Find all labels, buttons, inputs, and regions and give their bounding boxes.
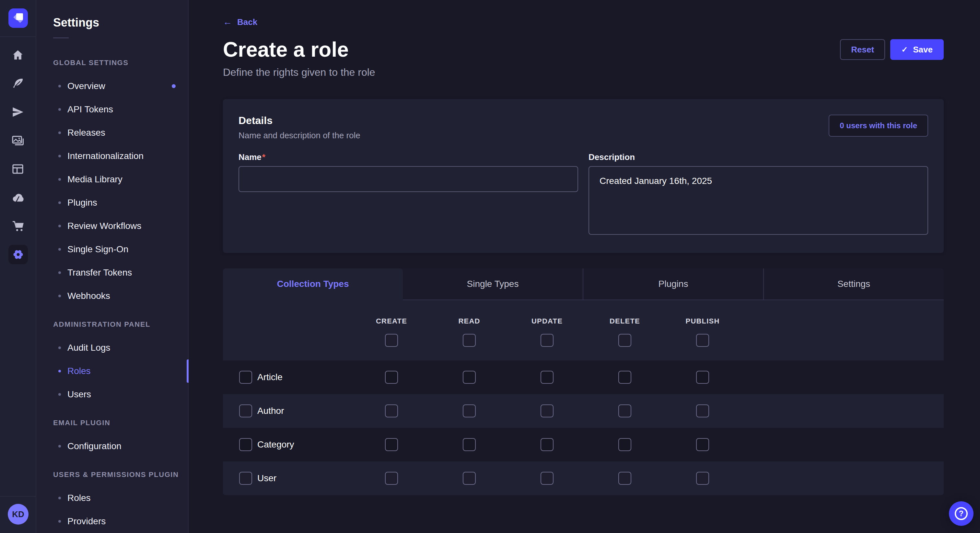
sidebar-item-audit-logs[interactable]: Audit Logs — [53, 336, 188, 359]
bullet-icon — [58, 132, 61, 134]
feather-icon[interactable] — [11, 76, 25, 90]
rail-divider — [0, 496, 36, 497]
row-select-checkbox[interactable] — [239, 405, 252, 417]
sidebar-item-configuration[interactable]: Configuration — [53, 435, 188, 458]
save-button[interactable]: ✓ Save — [890, 39, 944, 60]
home-icon[interactable] — [11, 48, 25, 62]
sidebar-item-webhooks[interactable]: Webhooks — [53, 284, 188, 308]
category-read-checkbox[interactable] — [463, 438, 476, 451]
bullet-icon — [58, 393, 61, 396]
cloud-icon[interactable] — [11, 190, 25, 205]
sidebar-item-providers[interactable]: Providers — [53, 510, 188, 533]
bullet-icon — [58, 346, 61, 349]
rail-divider — [0, 36, 36, 37]
column-header-read: READ — [458, 317, 480, 325]
column-header-create: CREATE — [376, 317, 407, 325]
sidebar-item-roles-up[interactable]: Roles — [53, 486, 188, 510]
article-delete-checkbox[interactable] — [618, 371, 631, 384]
media-library-icon[interactable] — [11, 133, 25, 148]
table-row-user: User — [223, 462, 944, 495]
bullet-icon — [58, 85, 61, 87]
row-select-checkbox[interactable] — [239, 472, 252, 485]
sidebar-item-users[interactable]: Users — [53, 383, 188, 406]
sidebar-item-label: Users — [67, 389, 91, 400]
select-all-delete-checkbox[interactable] — [618, 334, 631, 347]
category-update-checkbox[interactable] — [541, 438, 554, 451]
content-type-name: User — [257, 473, 277, 484]
strapi-logo[interactable] — [8, 8, 28, 28]
tab-single-types[interactable]: Single Types — [403, 268, 583, 300]
sidebar-item-roles-admin[interactable]: Roles — [53, 359, 188, 383]
back-link[interactable]: ← Back — [223, 17, 257, 27]
category-create-checkbox[interactable] — [385, 438, 398, 451]
column-header-update: UPDATE — [531, 317, 563, 325]
select-all-create-checkbox[interactable] — [385, 334, 398, 347]
sidebar-item-internationalization[interactable]: Internationalization — [53, 144, 188, 168]
required-asterisk: * — [262, 152, 266, 162]
bullet-icon — [58, 370, 61, 373]
row-select-checkbox[interactable] — [239, 371, 252, 384]
bullet-icon — [58, 271, 61, 274]
select-all-read-checkbox[interactable] — [463, 334, 476, 347]
details-title: Details — [239, 115, 360, 127]
help-button[interactable]: ? — [949, 501, 974, 526]
users-with-role-button[interactable]: 0 users with this role — [829, 115, 928, 136]
sidebar-item-label: Roles — [67, 493, 91, 503]
article-create-checkbox[interactable] — [385, 371, 398, 384]
bullet-icon — [58, 248, 61, 251]
user-create-checkbox[interactable] — [385, 472, 398, 485]
sidebar-item-label: Roles — [67, 366, 91, 376]
sidebar-item-single-sign-on[interactable]: Single Sign-On — [53, 238, 188, 261]
layout-icon[interactable] — [11, 162, 25, 176]
sidebar-item-plugins[interactable]: Plugins — [53, 191, 188, 214]
permissions-panel: CREATE READ UPDATE DELETE PUBLISH Articl… — [223, 300, 944, 495]
strapi-logo-mark — [8, 8, 28, 28]
description-textarea[interactable]: Created January 16th, 2025 — [589, 166, 928, 235]
sidebar-item-review-workflows[interactable]: Review Workflows — [53, 214, 188, 238]
cart-icon[interactable] — [11, 219, 25, 233]
user-avatar[interactable]: KD — [8, 504, 29, 525]
sidebar-item-media-library[interactable]: Media Library — [53, 168, 188, 191]
select-all-update-checkbox[interactable] — [541, 334, 554, 347]
back-arrow-icon: ← — [223, 17, 232, 27]
tab-settings[interactable]: Settings — [763, 268, 944, 300]
author-create-checkbox[interactable] — [385, 405, 398, 417]
sidebar-item-transfer-tokens[interactable]: Transfer Tokens — [53, 261, 188, 284]
sidebar-item-api-tokens[interactable]: API Tokens — [53, 98, 188, 121]
sidebar-item-releases[interactable]: Releases — [53, 121, 188, 144]
user-update-checkbox[interactable] — [541, 472, 554, 485]
row-select-checkbox[interactable] — [239, 438, 252, 451]
category-publish-checkbox[interactable] — [696, 438, 709, 451]
article-read-checkbox[interactable] — [463, 371, 476, 384]
bullet-icon — [58, 108, 61, 111]
user-read-checkbox[interactable] — [463, 472, 476, 485]
table-row-category: Category — [223, 428, 944, 462]
select-all-publish-checkbox[interactable] — [696, 334, 709, 347]
category-delete-checkbox[interactable] — [618, 438, 631, 451]
sidebar-item-label: Internationalization — [67, 151, 143, 161]
paper-plane-icon[interactable] — [11, 105, 25, 119]
reset-button[interactable]: Reset — [840, 39, 885, 60]
author-publish-checkbox[interactable] — [696, 405, 709, 417]
user-delete-checkbox[interactable] — [618, 472, 631, 485]
bullet-icon — [58, 178, 61, 181]
subnav-title: Settings — [53, 16, 188, 30]
author-read-checkbox[interactable] — [463, 405, 476, 417]
content-type-name: Category — [257, 439, 294, 450]
author-update-checkbox[interactable] — [541, 405, 554, 417]
question-mark-icon: ? — [955, 507, 968, 520]
sidebar-item-label: Review Workflows — [67, 221, 141, 231]
user-publish-checkbox[interactable] — [696, 472, 709, 485]
tab-collection-types[interactable]: Collection Types — [223, 268, 403, 300]
sidebar-item-overview[interactable]: Overview — [53, 75, 188, 98]
article-publish-checkbox[interactable] — [696, 371, 709, 384]
save-label: Save — [913, 45, 933, 55]
author-delete-checkbox[interactable] — [618, 405, 631, 417]
sidebar-item-label: Single Sign-On — [67, 244, 128, 254]
settings-nav-active[interactable] — [8, 245, 28, 264]
description-label: Description — [589, 152, 928, 162]
details-subtitle: Name and description of the role — [239, 130, 360, 141]
tab-plugins[interactable]: Plugins — [583, 268, 763, 300]
name-input[interactable] — [239, 166, 578, 192]
article-update-checkbox[interactable] — [541, 371, 554, 384]
